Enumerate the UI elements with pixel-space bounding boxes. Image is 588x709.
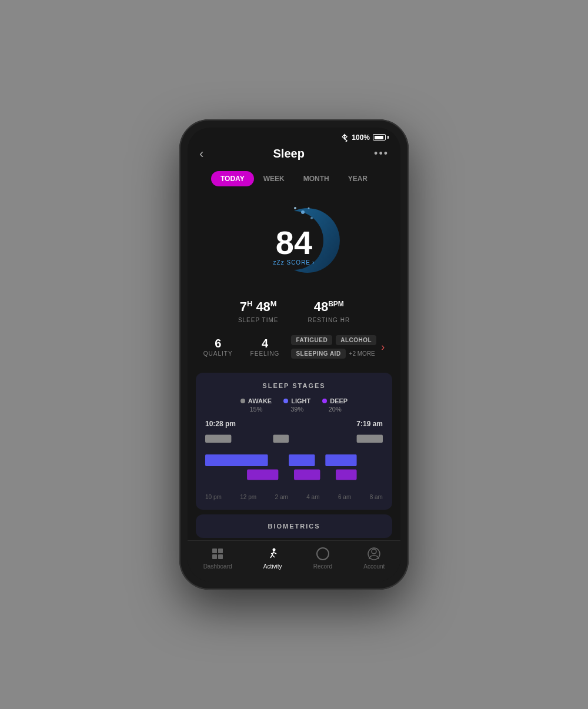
activity-icon bbox=[266, 547, 280, 561]
svg-rect-9 bbox=[325, 454, 356, 466]
tab-today[interactable]: TODAY bbox=[211, 171, 254, 186]
feeling-label: FEELING bbox=[250, 350, 280, 357]
sleep-time-value: 7H 48M bbox=[238, 299, 279, 315]
page-title: Sleep bbox=[273, 147, 305, 160]
svg-rect-5 bbox=[273, 435, 289, 443]
sleep-chart-svg bbox=[205, 432, 383, 490]
sleep-start-time: 10:28 pm bbox=[205, 420, 236, 428]
score-value: 84 bbox=[273, 226, 315, 259]
svg-point-2 bbox=[294, 207, 296, 209]
score-section: 84 zZz SCORE › bbox=[188, 193, 400, 293]
svg-rect-8 bbox=[289, 454, 315, 466]
back-button[interactable]: ‹ bbox=[199, 146, 203, 162]
resting-hr-value: 48BPM bbox=[308, 299, 350, 315]
time-label-2: 12 pm bbox=[240, 494, 256, 500]
awake-label: AWAKE bbox=[248, 397, 272, 404]
time-label-3: 2 am bbox=[275, 494, 288, 500]
tab-year[interactable]: YEAR bbox=[339, 171, 377, 186]
feeling-stat: 4 FEELING bbox=[250, 337, 280, 357]
light-pct: 39% bbox=[290, 406, 303, 413]
tags-chevron-icon[interactable]: › bbox=[381, 341, 385, 353]
sleep-stages-title: SLEEP STAGES bbox=[205, 382, 383, 389]
light-dot bbox=[283, 399, 288, 403]
phone-frame: 100% ‹ Sleep ••• TODAY WEEK MONTH YEAR bbox=[179, 119, 409, 590]
svg-rect-12 bbox=[336, 470, 357, 480]
deep-dot bbox=[322, 399, 327, 403]
bottom-nav: Dashboard Activity bbox=[188, 540, 400, 581]
time-label-4: 4 am bbox=[306, 494, 319, 500]
time-tabs: TODAY WEEK MONTH YEAR bbox=[188, 166, 400, 193]
time-label-5: 6 am bbox=[338, 494, 351, 500]
awake-pct: 15% bbox=[250, 406, 263, 413]
tags-group: FATIGUED ALCOHOL SLEEPING AID +2 MORE bbox=[291, 335, 376, 359]
tag-sleeping-aid[interactable]: SLEEPING AID bbox=[291, 349, 345, 359]
quality-tags-row: 6 QUALITY 4 FEELING FATIGUED ALCOHOL SLE… bbox=[188, 333, 400, 368]
tags-line-1: FATIGUED ALCOHOL bbox=[291, 335, 376, 345]
tag-alcohol[interactable]: ALCOHOL bbox=[336, 335, 376, 345]
phone-screen: 100% ‹ Sleep ••• TODAY WEEK MONTH YEAR bbox=[188, 128, 400, 581]
quality-feeling: 6 QUALITY 4 FEELING bbox=[203, 337, 280, 357]
more-tags[interactable]: +2 MORE bbox=[349, 350, 375, 357]
tag-fatigued[interactable]: FATIGUED bbox=[291, 335, 332, 345]
resting-hr-stat: 48BPM RESTING HR bbox=[308, 299, 350, 323]
svg-point-17 bbox=[272, 549, 275, 551]
svg-rect-4 bbox=[205, 435, 231, 443]
svg-rect-7 bbox=[205, 454, 268, 466]
top-nav: ‹ Sleep ••• bbox=[188, 144, 400, 166]
deep-label: DEEP bbox=[330, 397, 348, 404]
deep-pct: 20% bbox=[329, 406, 342, 413]
quality-number: 6 bbox=[203, 337, 233, 350]
biometrics-title: BIOMETRICS bbox=[205, 523, 383, 530]
svg-rect-6 bbox=[357, 435, 383, 443]
awake-dot bbox=[240, 399, 245, 403]
svg-point-23 bbox=[317, 548, 329, 560]
sleep-time-range: 10:28 pm 7:19 am bbox=[205, 420, 383, 428]
svg-point-3 bbox=[308, 207, 310, 209]
svg-point-0 bbox=[301, 210, 305, 214]
svg-rect-15 bbox=[212, 554, 217, 559]
svg-rect-11 bbox=[294, 470, 320, 480]
svg-line-21 bbox=[271, 553, 274, 554]
record-icon bbox=[316, 547, 330, 561]
sleep-stages-card: SLEEP STAGES AWAKE 15% LIGHT 39% bbox=[196, 373, 392, 510]
nav-dashboard[interactable]: Dashboard bbox=[203, 547, 232, 570]
svg-point-1 bbox=[310, 217, 313, 219]
record-label: Record bbox=[313, 563, 332, 570]
stats-row: 7H 48M SLEEP TIME 48BPM RESTING HR bbox=[188, 293, 400, 333]
svg-rect-13 bbox=[212, 549, 217, 553]
nav-record[interactable]: Record bbox=[313, 547, 332, 570]
quality-label: QUALITY bbox=[203, 350, 233, 357]
svg-point-24 bbox=[372, 549, 376, 554]
dashboard-label: Dashboard bbox=[203, 563, 232, 570]
score-display[interactable]: 84 zZz SCORE › bbox=[273, 226, 315, 266]
nav-activity[interactable]: Activity bbox=[263, 547, 282, 570]
sleep-time-stat: 7H 48M SLEEP TIME bbox=[238, 299, 279, 323]
svg-line-20 bbox=[272, 555, 275, 557]
battery-icon bbox=[373, 134, 389, 141]
dashboard-icon bbox=[211, 547, 225, 561]
quality-stat: 6 QUALITY bbox=[203, 337, 233, 357]
score-label: zZz SCORE › bbox=[273, 259, 315, 266]
time-label-6: 8 am bbox=[370, 494, 383, 500]
time-label-1: 10 pm bbox=[205, 494, 222, 500]
tab-week[interactable]: WEEK bbox=[254, 171, 294, 186]
svg-rect-14 bbox=[218, 549, 223, 553]
battery-percent: 100% bbox=[352, 133, 370, 142]
feeling-number: 4 bbox=[250, 337, 280, 350]
resting-hr-label: RESTING HR bbox=[308, 317, 350, 323]
moon-container: 84 zZz SCORE › bbox=[247, 199, 341, 282]
svg-line-19 bbox=[270, 555, 272, 558]
svg-line-22 bbox=[274, 553, 276, 554]
nav-account[interactable]: Account bbox=[363, 547, 385, 570]
more-button[interactable]: ••• bbox=[374, 148, 389, 160]
account-label: Account bbox=[363, 563, 385, 570]
tags-line-2: SLEEPING AID +2 MORE bbox=[291, 349, 376, 359]
tab-month[interactable]: MONTH bbox=[294, 171, 339, 186]
status-bar: 100% bbox=[188, 128, 400, 144]
svg-rect-16 bbox=[218, 554, 223, 559]
sleep-legend: AWAKE 15% LIGHT 39% DEEP 20% bbox=[205, 397, 383, 413]
account-icon bbox=[367, 547, 381, 561]
svg-rect-10 bbox=[247, 470, 278, 480]
sleep-time-label: SLEEP TIME bbox=[238, 317, 279, 323]
bluetooth-icon bbox=[340, 133, 349, 142]
